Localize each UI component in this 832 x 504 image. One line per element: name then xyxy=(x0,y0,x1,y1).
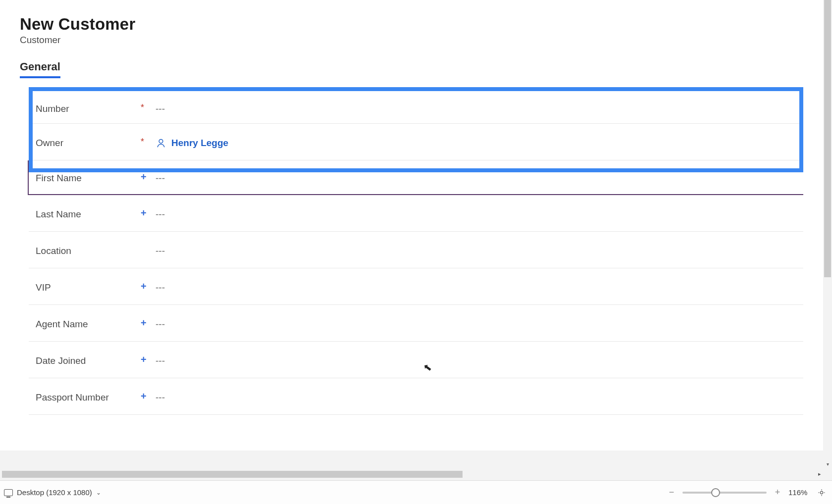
recommended-marker: + xyxy=(141,318,156,328)
field-label-date-joined: Date Joined xyxy=(36,355,141,366)
owner-name: Henry Legge xyxy=(171,138,228,149)
device-label: Desktop (1920 x 1080) xyxy=(17,488,92,497)
zoom-out-button[interactable]: − xyxy=(668,487,676,498)
field-value-agent-name[interactable]: --- xyxy=(156,319,803,330)
field-label-number: Number xyxy=(36,103,141,114)
field-agent-name[interactable]: Agent Name + --- xyxy=(29,305,803,342)
field-value-owner[interactable]: Henry Legge xyxy=(156,138,803,149)
field-label-first-name: First Name xyxy=(36,173,141,184)
page-title: New Customer xyxy=(20,15,803,34)
zoom-in-button[interactable]: + xyxy=(774,487,781,498)
recommended-marker: + xyxy=(141,208,156,218)
chevron-down-icon: ⌄ xyxy=(96,489,101,496)
owner-lookup-link[interactable]: Henry Legge xyxy=(156,138,228,149)
horizontal-scroll-thumb[interactable] xyxy=(2,471,463,478)
svg-point-0 xyxy=(159,139,163,143)
field-value-last-name[interactable]: --- xyxy=(156,209,803,220)
field-first-name[interactable]: First Name + --- xyxy=(28,160,803,195)
page-subtitle: Customer xyxy=(20,35,803,46)
field-value-first-name[interactable]: --- xyxy=(156,173,803,184)
tabs-bar: General xyxy=(20,60,803,78)
tab-general[interactable]: General xyxy=(20,60,60,78)
field-value-location[interactable]: --- xyxy=(156,246,803,256)
fit-to-screen-button[interactable] xyxy=(817,488,826,497)
form-viewport: New Customer Customer General Number * -… xyxy=(0,0,823,480)
field-value-date-joined[interactable]: --- xyxy=(156,355,803,366)
field-last-name[interactable]: Last Name + --- xyxy=(29,195,803,232)
required-marker: * xyxy=(141,103,156,112)
status-bar: Desktop (1920 x 1080) ⌄ − + 116% xyxy=(0,480,832,504)
person-icon xyxy=(156,138,166,149)
zoom-percentage: 116% xyxy=(788,488,810,497)
field-value-number[interactable]: --- xyxy=(156,103,803,114)
field-value-passport-number[interactable]: --- xyxy=(156,392,803,403)
zoom-slider[interactable] xyxy=(682,492,767,494)
scroll-right-arrow-icon[interactable]: ▸ xyxy=(818,471,821,477)
field-label-vip: VIP xyxy=(36,282,141,293)
field-label-agent-name: Agent Name xyxy=(36,319,141,330)
fields-section: Number * --- Owner * Henry Legge xyxy=(29,87,803,415)
vertical-scroll-thumb[interactable] xyxy=(824,0,831,277)
horizontal-scrollbar[interactable]: ▸ xyxy=(0,468,823,480)
vertical-scrollbar[interactable]: ▾ xyxy=(823,0,832,468)
field-label-owner: Owner xyxy=(36,138,141,149)
required-marker: * xyxy=(141,137,156,146)
recommended-marker: + xyxy=(141,391,156,401)
zoom-controls: − + 116% xyxy=(668,487,826,498)
monitor-icon xyxy=(4,489,13,496)
zoom-slider-thumb[interactable] xyxy=(711,488,720,497)
recommended-marker: + xyxy=(141,172,156,182)
scroll-down-arrow-icon[interactable]: ▾ xyxy=(823,459,832,468)
device-preview-dropdown[interactable]: Desktop (1920 x 1080) ⌄ xyxy=(4,488,101,497)
field-location[interactable]: Location --- xyxy=(29,232,803,268)
field-owner[interactable]: Owner * Henry Legge xyxy=(29,124,803,160)
field-number[interactable]: Number * --- xyxy=(29,87,803,124)
field-label-location: Location xyxy=(36,246,141,256)
recommended-marker: + xyxy=(141,281,156,291)
field-passport-number[interactable]: Passport Number + --- xyxy=(29,378,803,415)
field-label-last-name: Last Name xyxy=(36,209,141,220)
recommended-marker: + xyxy=(141,354,156,364)
fit-icon xyxy=(817,488,826,497)
form-canvas: New Customer Customer General Number * -… xyxy=(0,0,823,451)
field-vip[interactable]: VIP + --- xyxy=(29,268,803,305)
svg-point-1 xyxy=(820,491,823,494)
field-label-passport-number: Passport Number xyxy=(36,392,141,403)
field-date-joined[interactable]: Date Joined + --- xyxy=(29,342,803,378)
field-value-vip[interactable]: --- xyxy=(156,282,803,293)
